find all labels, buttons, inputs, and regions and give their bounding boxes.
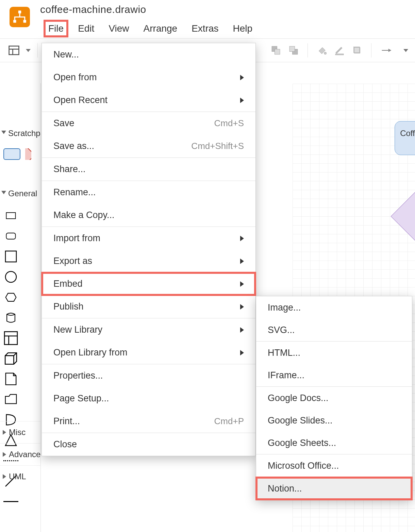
- file-print-shortcut: Cmd+P: [214, 416, 244, 427]
- shape-circle[interactable]: [3, 269, 19, 285]
- embed-image-label: Image...: [268, 302, 301, 313]
- scratchpad-header[interactable]: Scratchpad: [0, 125, 41, 142]
- shape-note[interactable]: [3, 371, 19, 387]
- shape-rect[interactable]: [3, 207, 19, 224]
- category-label: UML: [9, 472, 26, 481]
- menu-help[interactable]: Help: [230, 21, 256, 36]
- svg-rect-15: [6, 213, 16, 219]
- shape-square[interactable]: [3, 248, 19, 265]
- scratch-shape-rect[interactable]: [3, 148, 20, 160]
- shape-cylinder[interactable]: [3, 310, 19, 326]
- file-open-recent[interactable]: Open Recent: [42, 89, 255, 112]
- file-open-library[interactable]: Open Library from: [42, 341, 255, 364]
- embed-google-sheets[interactable]: Google Sheets...: [256, 432, 412, 454]
- file-publish[interactable]: Publish: [42, 295, 255, 318]
- file-publish-label: Publish: [53, 301, 84, 312]
- file-print-label: Print...: [53, 416, 80, 427]
- svg-rect-19: [4, 332, 17, 345]
- embed-svg-label: SVG...: [268, 325, 295, 335]
- svg-point-18: [5, 271, 16, 282]
- toolbar-separator: [37, 43, 38, 57]
- file-dropdown: New... Open from Open Recent SaveCmd+S S…: [42, 43, 256, 456]
- connection-style-icon[interactable]: [378, 43, 399, 57]
- file-page-setup[interactable]: Page Setup...: [42, 387, 255, 410]
- to-front-icon[interactable]: [269, 43, 283, 57]
- embed-image[interactable]: Image...: [256, 296, 412, 319]
- flow-node-decision-label: Powered: [405, 183, 415, 250]
- embed-gdocs-label: Google Docs...: [268, 393, 329, 403]
- chevron-right-icon: [240, 236, 244, 241]
- embed-ms-office[interactable]: Microsoft Office...: [256, 454, 412, 477]
- file-make-copy[interactable]: Make a Copy...: [42, 204, 255, 227]
- chevron-right-icon: [240, 281, 244, 287]
- menu-view[interactable]: View: [105, 21, 132, 36]
- embed-gslides-label: Google Slides...: [268, 415, 333, 426]
- sidebar-toggle-caret-icon[interactable]: [26, 49, 31, 52]
- file-properties[interactable]: Properties...: [42, 364, 255, 387]
- file-page-setup-label: Page Setup...: [53, 393, 109, 404]
- file-export-as[interactable]: Export as: [42, 250, 255, 272]
- file-close[interactable]: Close: [42, 433, 255, 456]
- embed-google-slides[interactable]: Google Slides...: [256, 409, 412, 432]
- file-import-from[interactable]: Import from: [42, 227, 255, 250]
- shape-table[interactable]: [3, 330, 19, 346]
- file-new-library[interactable]: New Library: [42, 318, 255, 341]
- embed-iframe-label: IFrame...: [268, 370, 304, 381]
- flow-node-start-label: Coffee machine not working: [398, 129, 415, 148]
- menu-edit[interactable]: Edit: [74, 21, 98, 36]
- scratch-shape-diamond[interactable]: [25, 148, 31, 160]
- file-embed[interactable]: Embed: [42, 272, 255, 295]
- file-save-as-label: Save as...: [53, 141, 94, 151]
- connection-caret-icon[interactable]: [403, 49, 408, 52]
- chevron-right-icon: [3, 474, 6, 479]
- file-share[interactable]: Share...: [42, 158, 255, 181]
- line-color-icon[interactable]: [332, 43, 347, 57]
- file-new[interactable]: New...: [42, 43, 255, 66]
- fill-color-icon[interactable]: [315, 43, 329, 57]
- shape-cube[interactable]: [3, 350, 19, 367]
- shape-solid-line[interactable]: [3, 493, 19, 510]
- category-misc[interactable]: Misc: [0, 421, 41, 443]
- svg-rect-16: [6, 233, 16, 239]
- embed-svg[interactable]: SVG...: [256, 319, 412, 341]
- general-header[interactable]: General: [0, 185, 41, 202]
- shadow-icon[interactable]: [350, 43, 364, 57]
- embed-notion[interactable]: Notion...: [256, 477, 412, 500]
- svg-rect-12: [354, 48, 360, 53]
- document-title[interactable]: coffee-machine.drawio: [40, 4, 146, 15]
- file-save-as[interactable]: Save as...Cmd+Shift+S: [42, 135, 255, 157]
- file-new-library-label: New Library: [53, 325, 102, 335]
- flow-node-start[interactable]: Coffee machine not working: [395, 121, 415, 155]
- menubar: File Edit View Arrange Extras Help: [0, 19, 415, 38]
- menu-arrange[interactable]: Arrange: [140, 21, 181, 36]
- file-open-from[interactable]: Open from: [42, 66, 255, 89]
- shape-rounded[interactable]: [3, 228, 19, 244]
- file-open-library-label: Open Library from: [53, 347, 128, 358]
- category-advanced[interactable]: Advanced: [0, 443, 41, 465]
- menu-file[interactable]: File: [45, 21, 67, 36]
- file-save[interactable]: SaveCmd+S: [42, 112, 255, 135]
- embed-msoffice-label: Microsoft Office...: [268, 461, 339, 471]
- file-save-as-shortcut: Cmd+Shift+S: [191, 141, 244, 151]
- chevron-right-icon: [240, 350, 244, 355]
- file-open-recent-label: Open Recent: [53, 95, 107, 105]
- menu-extras[interactable]: Extras: [188, 21, 222, 36]
- chevron-down-icon: [1, 131, 6, 136]
- file-print[interactable]: Print...Cmd+P: [42, 410, 255, 433]
- file-embed-label: Embed: [53, 279, 83, 289]
- category-uml[interactable]: UML: [0, 465, 41, 487]
- file-save-label: Save: [53, 118, 74, 129]
- svg-point-10: [324, 52, 327, 54]
- chevron-right-icon: [240, 98, 244, 103]
- to-back-icon[interactable]: [286, 43, 301, 57]
- embed-iframe[interactable]: IFrame...: [256, 364, 412, 386]
- file-make-copy-label: Make a Copy...: [53, 210, 115, 220]
- embed-google-docs[interactable]: Google Docs...: [256, 387, 412, 409]
- embed-submenu: Image... SVG... HTML... IFrame... Google…: [256, 296, 412, 500]
- shape-hex[interactable]: [3, 289, 19, 305]
- embed-html[interactable]: HTML...: [256, 342, 412, 364]
- sidebar-toggle-icon[interactable]: [7, 43, 21, 57]
- shape-folder[interactable]: [3, 391, 19, 408]
- file-new-label: New...: [53, 49, 79, 60]
- file-rename[interactable]: Rename...: [42, 181, 255, 204]
